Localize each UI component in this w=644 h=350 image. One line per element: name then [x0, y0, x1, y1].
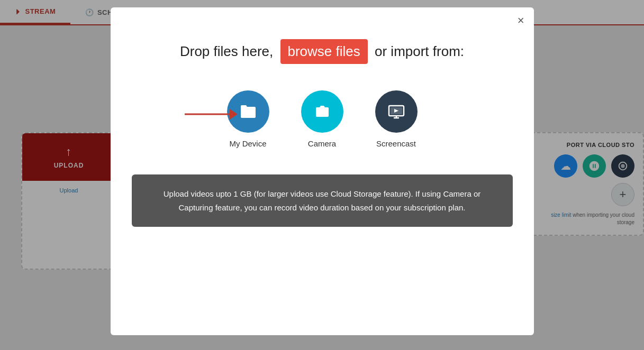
info-text: Upload videos upto 1 GB (for larger vide…: [151, 187, 494, 214]
close-button[interactable]: ×: [518, 15, 524, 26]
screencast-icon-circle: [375, 90, 418, 133]
screencast-option[interactable]: Screencast: [375, 90, 418, 148]
screen-icon: [387, 102, 406, 121]
camera-icon: [313, 102, 332, 121]
folder-icon: [239, 102, 258, 121]
screencast-label: Screencast: [376, 139, 416, 148]
camera-icon-circle: [301, 90, 343, 133]
upload-modal: × Drop files here, browse files or impor…: [111, 7, 534, 335]
modal-body: Drop files here, browse files or import …: [111, 7, 534, 248]
camera-label: Camera: [308, 139, 336, 148]
info-box: Upload videos upto 1 GB (for larger vide…: [132, 174, 513, 227]
svg-point-5: [321, 111, 323, 114]
camera-option[interactable]: Camera: [301, 90, 343, 148]
drop-zone-text: Drop files here, browse files or import …: [180, 39, 464, 64]
import-options-row: My Device Camera: [227, 90, 418, 148]
my-device-label: My Device: [229, 139, 266, 148]
arrow-indicator: [179, 101, 238, 130]
browse-files-button[interactable]: browse files: [280, 39, 368, 64]
drop-text-before: Drop files here,: [180, 43, 273, 59]
svg-marker-3: [230, 109, 238, 119]
drop-text-after: or import from:: [375, 43, 464, 59]
